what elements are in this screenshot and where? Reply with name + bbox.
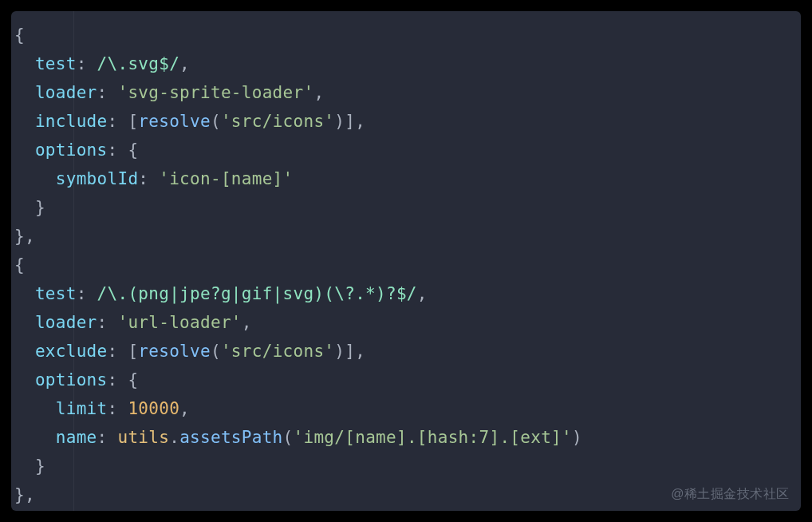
brace-open: {	[14, 26, 25, 45]
brace-close: }	[35, 198, 45, 217]
key-symbolid: symbolId	[56, 169, 139, 188]
key-name: name	[56, 428, 97, 447]
fn-resolve: resolve	[138, 342, 211, 361]
string-loader: svg-sprite-loader	[128, 83, 303, 102]
watermark-label: @稀土掘金技术社区	[671, 486, 790, 503]
string-assetpath: img/[name].[hash:7].[ext]	[303, 428, 562, 447]
code-editor-pane: { test: /\.svg$/, loader: 'svg-sprite-lo…	[11, 11, 801, 511]
string-path: src/icons	[231, 342, 325, 361]
string-path: src/icons	[231, 112, 325, 131]
key-exclude: exclude	[35, 342, 108, 361]
obj-utils: utils	[117, 428, 169, 447]
key-loader: loader	[35, 83, 97, 102]
regex-literal: /\.svg$/	[97, 54, 180, 73]
key-loader: loader	[35, 313, 97, 332]
code-block: { test: /\.svg$/, loader: 'svg-sprite-lo…	[11, 11, 801, 509]
key-test: test	[35, 54, 77, 73]
regex-literal: /\.(png|jpe?g|gif|svg)(\?.*)?$/	[97, 284, 417, 303]
key-options: options	[35, 370, 108, 390]
brace-close: },	[14, 227, 35, 246]
string-symbolid: icon-[name]	[169, 169, 282, 188]
fn-resolve: resolve	[138, 112, 211, 131]
string-loader: url-loader	[128, 313, 231, 332]
key-options: options	[35, 140, 108, 160]
brace-close: },	[14, 485, 35, 504]
fn-assetspath: assetsPath	[179, 428, 282, 447]
number-limit: 10000	[128, 399, 179, 418]
key-test: test	[35, 284, 77, 303]
brace-open: {	[14, 255, 25, 275]
key-include: include	[35, 112, 108, 131]
key-limit: limit	[56, 399, 108, 418]
brace-close: }	[35, 457, 45, 476]
